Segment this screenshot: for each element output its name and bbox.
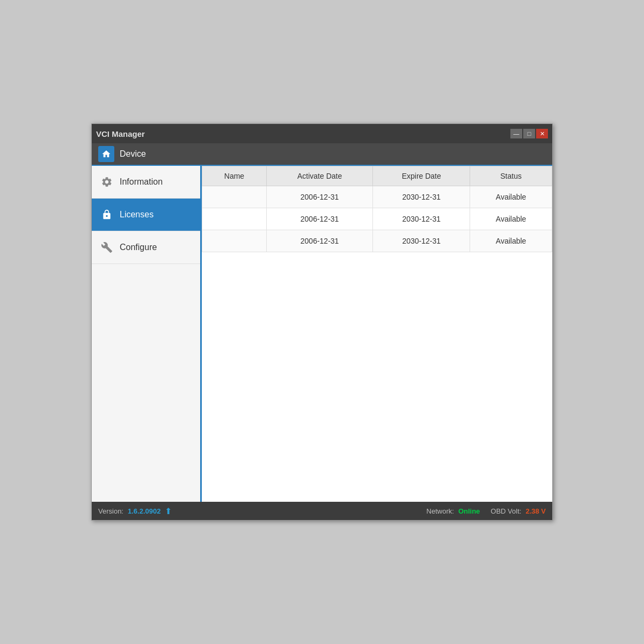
nav-bar: Device [92, 143, 552, 166]
home-button[interactable] [98, 146, 114, 162]
sidebar-item-licenses-label: Licenses [120, 210, 153, 219]
cell-name [202, 230, 267, 252]
licenses-table: Name Activate Date Expire Date Status 20… [202, 166, 552, 252]
network-value: Online [458, 507, 480, 515]
sidebar-item-information-label: Information [120, 177, 163, 187]
cell-name [202, 208, 267, 230]
upload-icon[interactable]: ⬆ [165, 506, 172, 516]
status-bar: Version: 1.6.2.0902 ⬆ Network: Online OB… [92, 502, 552, 520]
table-row[interactable]: 2006-12-312030-12-31Available [202, 186, 552, 208]
title-bar: VCI Manager — □ ✕ [92, 124, 552, 143]
obd-value: 2.38 V [525, 507, 546, 515]
network-label: Network: [427, 507, 454, 515]
sidebar-item-configure-label: Configure [120, 243, 157, 252]
table-row[interactable]: 2006-12-312030-12-31Available [202, 208, 552, 230]
cell-expire-date: 2030-12-31 [373, 208, 470, 230]
title-controls: — □ ✕ [510, 129, 548, 138]
cell-status: Available [470, 230, 552, 252]
cell-activate-date: 2006-12-31 [266, 208, 372, 230]
main-window: VCI Manager — □ ✕ Device Infor [91, 123, 553, 521]
nav-title: Device [120, 149, 146, 159]
cell-name [202, 186, 267, 208]
cell-expire-date: 2030-12-31 [373, 186, 470, 208]
col-activate-date: Activate Date [266, 166, 372, 186]
sidebar-item-licenses[interactable]: Licenses [92, 199, 200, 231]
home-icon [101, 149, 111, 159]
wrench-icon [100, 241, 113, 254]
table-row[interactable]: 2006-12-312030-12-31Available [202, 230, 552, 252]
cell-expire-date: 2030-12-31 [373, 230, 470, 252]
cell-activate-date: 2006-12-31 [266, 230, 372, 252]
sidebar: Information Licenses Configure [92, 166, 202, 502]
table-area: Name Activate Date Expire Date Status 20… [202, 166, 552, 502]
maximize-button[interactable]: □ [523, 129, 535, 138]
gear-icon [100, 175, 113, 188]
minimize-button[interactable]: — [510, 129, 522, 138]
main-content: Information Licenses Configure [92, 166, 552, 502]
close-button[interactable]: ✕ [536, 129, 548, 138]
title-bar-left: VCI Manager [96, 129, 145, 138]
version-value: 1.6.2.0902 [128, 507, 160, 515]
app-title: VCI Manager [96, 129, 145, 138]
col-name: Name [202, 166, 267, 186]
obd-label: OBD Volt: [491, 507, 521, 515]
cell-activate-date: 2006-12-31 [266, 186, 372, 208]
version-label: Version: [98, 507, 123, 515]
lock-icon [100, 208, 113, 221]
cell-status: Available [470, 208, 552, 230]
col-status: Status [470, 166, 552, 186]
cell-status: Available [470, 186, 552, 208]
sidebar-item-information[interactable]: Information [92, 166, 200, 199]
sidebar-item-configure[interactable]: Configure [92, 231, 200, 264]
col-expire-date: Expire Date [373, 166, 470, 186]
